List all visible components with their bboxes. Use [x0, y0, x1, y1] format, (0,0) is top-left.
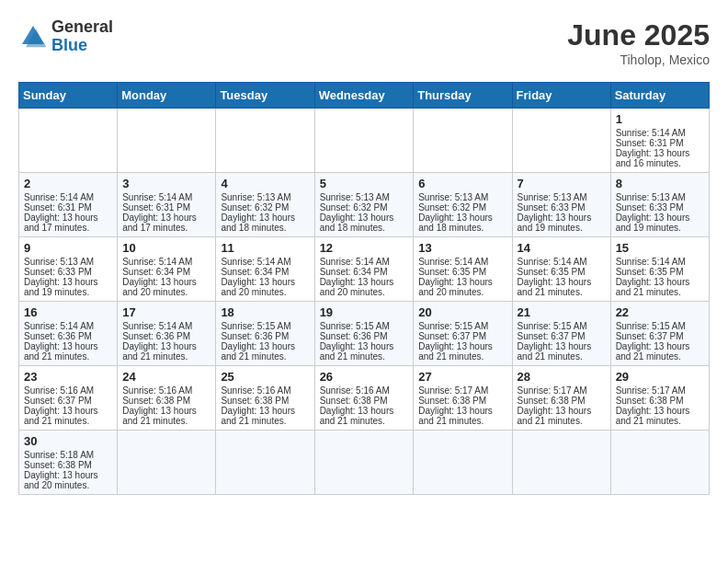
- empty-cell: [216, 431, 314, 495]
- sunset-text: Sunset: 6:37 PM: [518, 331, 606, 341]
- daylight-text: Daylight: 13 hours and 21 minutes.: [320, 406, 409, 426]
- day-number: 14: [518, 241, 606, 255]
- sunrise-text: Sunrise: 5:16 AM: [221, 385, 309, 396]
- sunset-text: Sunset: 6:32 PM: [320, 202, 409, 213]
- header-saturday: Saturday: [610, 83, 709, 109]
- daylight-text: Daylight: 13 hours and 18 minutes.: [320, 213, 409, 233]
- day-number: 6: [418, 177, 506, 190]
- sunrise-text: Sunrise: 5:13 AM: [518, 192, 606, 202]
- sunset-text: Sunset: 6:31 PM: [122, 202, 210, 213]
- day-number: 29: [616, 370, 704, 384]
- table-row: 7Sunrise: 5:13 AMSunset: 6:33 PMDaylight…: [512, 173, 610, 237]
- daylight-text: Daylight: 13 hours and 20 minutes.: [418, 277, 506, 297]
- logo: General Blue: [18, 18, 113, 55]
- sunset-text: Sunset: 6:37 PM: [616, 331, 704, 341]
- table-row: 16Sunrise: 5:14 AMSunset: 6:36 PMDayligh…: [19, 302, 118, 366]
- day-number: 23: [24, 370, 112, 384]
- empty-cell: [118, 431, 216, 495]
- daylight-text: Daylight: 13 hours and 21 minutes.: [122, 406, 210, 426]
- table-row: 3Sunrise: 5:14 AMSunset: 6:31 PMDaylight…: [118, 173, 216, 237]
- daylight-text: Daylight: 13 hours and 17 minutes.: [24, 213, 112, 233]
- day-number: 20: [418, 305, 506, 319]
- table-row: 2Sunrise: 5:14 AMSunset: 6:31 PMDaylight…: [19, 173, 118, 237]
- empty-cell: [610, 431, 709, 495]
- location: Tiholop, Mexico: [567, 52, 710, 67]
- day-number: 27: [418, 370, 506, 384]
- header-wednesday: Wednesday: [314, 83, 414, 109]
- table-row: 12Sunrise: 5:14 AMSunset: 6:34 PMDayligh…: [314, 237, 414, 302]
- daylight-text: Daylight: 13 hours and 21 minutes.: [221, 406, 309, 426]
- sunset-text: Sunset: 6:33 PM: [24, 267, 112, 277]
- sunset-text: Sunset: 6:38 PM: [616, 396, 704, 406]
- sunset-text: Sunset: 6:35 PM: [518, 267, 606, 277]
- sunrise-text: Sunrise: 5:15 AM: [418, 321, 506, 331]
- day-number: 25: [221, 370, 309, 384]
- sunset-text: Sunset: 6:38 PM: [24, 460, 112, 470]
- daylight-text: Daylight: 13 hours and 17 minutes.: [122, 213, 210, 233]
- table-row: 27Sunrise: 5:17 AMSunset: 6:38 PMDayligh…: [414, 366, 512, 431]
- table-row: [512, 109, 610, 173]
- sunrise-text: Sunrise: 5:14 AM: [122, 321, 210, 331]
- calendar-row: 23Sunrise: 5:16 AMSunset: 6:37 PMDayligh…: [19, 366, 710, 431]
- table-row: 17Sunrise: 5:14 AMSunset: 6:36 PMDayligh…: [118, 302, 216, 366]
- page-header: General Blue June 2025 Tiholop, Mexico: [18, 18, 710, 67]
- table-row: [314, 109, 414, 173]
- sunrise-text: Sunrise: 5:13 AM: [418, 192, 506, 202]
- daylight-text: Daylight: 13 hours and 19 minutes.: [518, 213, 606, 233]
- daylight-text: Daylight: 13 hours and 19 minutes.: [616, 213, 704, 233]
- sunset-text: Sunset: 6:32 PM: [221, 202, 309, 213]
- logo-general: General: [51, 18, 113, 37]
- daylight-text: Daylight: 13 hours and 21 minutes.: [24, 406, 112, 426]
- day-number: 7: [518, 177, 606, 190]
- logo-blue: Blue: [51, 37, 113, 55]
- sunset-text: Sunset: 6:38 PM: [320, 396, 409, 406]
- sunset-text: Sunset: 6:35 PM: [418, 267, 506, 277]
- sunrise-text: Sunrise: 5:15 AM: [221, 321, 309, 331]
- daylight-text: Daylight: 13 hours and 21 minutes.: [616, 277, 704, 297]
- day-number: 11: [221, 241, 309, 255]
- table-row: 19Sunrise: 5:15 AMSunset: 6:36 PMDayligh…: [314, 302, 414, 366]
- daylight-text: Daylight: 13 hours and 21 minutes.: [518, 341, 606, 362]
- sunset-text: Sunset: 6:38 PM: [122, 396, 210, 406]
- sunrise-text: Sunrise: 5:14 AM: [616, 257, 704, 267]
- sunrise-text: Sunrise: 5:17 AM: [616, 385, 704, 396]
- header-thursday: Thursday: [414, 83, 512, 109]
- table-row: 25Sunrise: 5:16 AMSunset: 6:38 PMDayligh…: [216, 366, 314, 431]
- sunset-text: Sunset: 6:35 PM: [616, 267, 704, 277]
- sunset-text: Sunset: 6:37 PM: [24, 396, 112, 406]
- table-row: 30Sunrise: 5:18 AMSunset: 6:38 PMDayligh…: [19, 431, 118, 495]
- day-number: 26: [320, 370, 409, 384]
- daylight-text: Daylight: 13 hours and 21 minutes.: [221, 341, 309, 362]
- calendar-row: 30Sunrise: 5:18 AMSunset: 6:38 PMDayligh…: [19, 431, 710, 495]
- daylight-text: Daylight: 13 hours and 21 minutes.: [24, 341, 112, 362]
- table-row: 22Sunrise: 5:15 AMSunset: 6:37 PMDayligh…: [610, 302, 709, 366]
- table-row: 26Sunrise: 5:16 AMSunset: 6:38 PMDayligh…: [314, 366, 414, 431]
- header-sunday: Sunday: [19, 83, 118, 109]
- calendar-row: 2Sunrise: 5:14 AMSunset: 6:31 PMDaylight…: [19, 173, 710, 237]
- sunrise-text: Sunrise: 5:16 AM: [24, 385, 112, 396]
- daylight-text: Daylight: 13 hours and 21 minutes.: [418, 406, 506, 426]
- sunrise-text: Sunrise: 5:13 AM: [320, 192, 409, 202]
- daylight-text: Daylight: 13 hours and 21 minutes.: [518, 406, 606, 426]
- sunrise-text: Sunrise: 5:15 AM: [616, 321, 704, 331]
- weekday-header-row: Sunday Monday Tuesday Wednesday Thursday…: [19, 83, 710, 109]
- daylight-text: Daylight: 13 hours and 18 minutes.: [221, 213, 309, 233]
- sunrise-text: Sunrise: 5:18 AM: [24, 450, 112, 460]
- table-row: 11Sunrise: 5:14 AMSunset: 6:34 PMDayligh…: [216, 237, 314, 302]
- day-number: 18: [221, 305, 309, 319]
- table-row: 20Sunrise: 5:15 AMSunset: 6:37 PMDayligh…: [414, 302, 512, 366]
- sunset-text: Sunset: 6:36 PM: [320, 331, 409, 341]
- table-row: [414, 109, 512, 173]
- daylight-text: Daylight: 13 hours and 21 minutes.: [320, 341, 409, 362]
- table-row: 18Sunrise: 5:15 AMSunset: 6:36 PMDayligh…: [216, 302, 314, 366]
- empty-cell: [414, 431, 512, 495]
- table-row: [216, 109, 314, 173]
- sunrise-text: Sunrise: 5:13 AM: [24, 257, 112, 267]
- sunset-text: Sunset: 6:34 PM: [122, 267, 210, 277]
- table-row: [118, 109, 216, 173]
- calendar-table: Sunday Monday Tuesday Wednesday Thursday…: [18, 82, 710, 495]
- sunrise-text: Sunrise: 5:14 AM: [518, 257, 606, 267]
- daylight-text: Daylight: 13 hours and 21 minutes.: [122, 341, 210, 362]
- sunrise-text: Sunrise: 5:14 AM: [616, 128, 704, 138]
- table-row: 28Sunrise: 5:17 AMSunset: 6:38 PMDayligh…: [512, 366, 610, 431]
